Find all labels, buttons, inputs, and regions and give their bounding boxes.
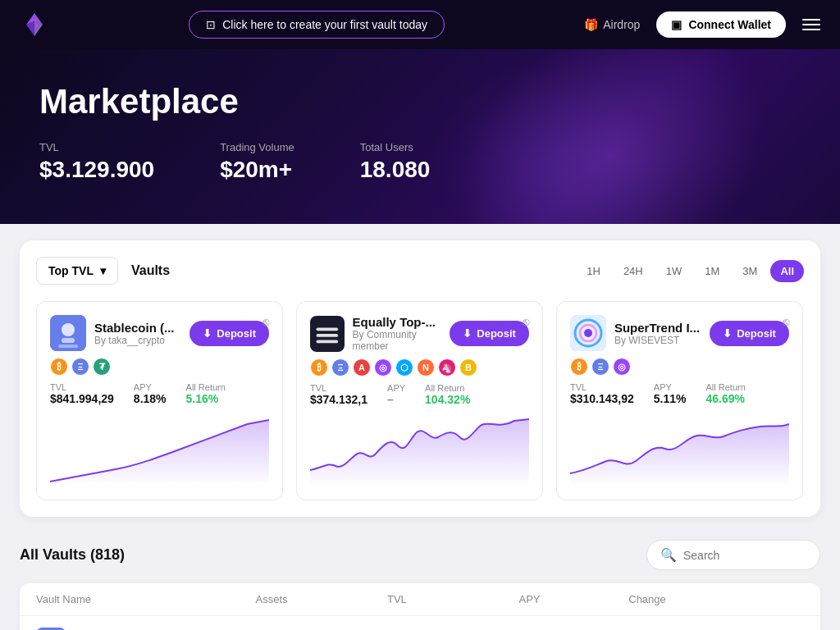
token-eth: Ξ [71, 358, 89, 376]
cta-label: Click here to create your first vault to… [222, 18, 427, 31]
metric-apy-value-2: – [387, 393, 405, 406]
external-link-icon-2[interactable]: ⎋ [523, 315, 529, 328]
vault-card-info-1: Stablecoin (... By taka__crypto [50, 315, 175, 351]
stat-volume-label: Trading Volume [220, 141, 294, 153]
token-sol-3: ◎ [613, 358, 631, 376]
vault-card-equally: Equally Top-... By Community member ⬇ De… [296, 301, 543, 500]
stat-users-value: 18.080 [360, 157, 431, 183]
deposit-btn-2[interactable]: ⬇ Deposit [450, 321, 529, 346]
vault-tokens-1: ₿ Ξ ₮ [50, 358, 269, 376]
metric-tvl-3: TVL $310.143,92 [570, 382, 634, 405]
metric-return-value-3: 46.69% [706, 392, 746, 405]
cta-icon: ⊡ [206, 18, 216, 31]
vault-card-supertrend: SuperTrend I... By WISEVEST ⬇ Deposit ₿ … [556, 301, 803, 500]
logo-icon [20, 10, 49, 39]
filter-1w[interactable]: 1W [656, 260, 692, 282]
token-eth-2: Ξ [331, 358, 349, 377]
filter-3m[interactable]: 3M [733, 260, 767, 282]
vault-card-header-3: SuperTrend I... By WISEVEST ⬇ Deposit [570, 315, 789, 351]
metric-apy-label-1: APY [134, 382, 167, 392]
vaults-card: Top TVL ▾ Vaults 1H 24H 1W 1M 3M All [20, 240, 820, 517]
supertrend-avatar-img [570, 315, 606, 351]
vault-avatar-1 [50, 315, 86, 351]
vault-metrics-1: TVL $841.994,29 APY 8.18% All Return 5.1… [50, 382, 269, 405]
hamburger-menu[interactable] [802, 19, 820, 30]
chart-svg-3 [570, 412, 789, 486]
col-tvl: TVL [387, 593, 519, 605]
deposit-btn-1[interactable]: ⬇ Deposit [189, 321, 269, 346]
navbar: ⊡ Click here to create your first vault … [0, 0, 840, 49]
col-actions [738, 593, 804, 605]
vaults-header: Top TVL ▾ Vaults 1H 24H 1W 1M 3M All [36, 257, 804, 285]
filter-1m[interactable]: 1M [695, 260, 729, 282]
external-link-icon-1[interactable]: ⎋ [262, 315, 269, 328]
vault-cards-row: Stablecoin (... By taka__crypto ⬇ Deposi… [36, 301, 804, 500]
all-vaults-section: All Vaults (818) 🔍 Vault Name Assets TVL… [20, 540, 820, 630]
vault-name-wrapper-2: Equally Top-... By Community member [353, 315, 450, 352]
chevron-down-icon: ▾ [100, 264, 106, 277]
filter-24h[interactable]: 24H [614, 260, 653, 282]
hero-stats: TVL $3.129.900 Trading Volume $20m+ Tota… [39, 141, 801, 183]
main-content: Top TVL ▾ Vaults 1H 24H 1W 1M 3M All [0, 224, 840, 630]
download-icon-2: ⬇ [463, 327, 472, 340]
vault-card-by-1: By taka__crypto [94, 335, 175, 346]
top-tvl-dropdown[interactable]: Top TVL ▾ [36, 257, 118, 285]
stat-users: Total Users 18.080 [360, 141, 431, 183]
token-btc: ₿ [50, 358, 68, 376]
svg-rect-3 [58, 345, 78, 348]
token-eth-3: Ξ [591, 358, 609, 376]
vault-card-by-2: By Community member [353, 329, 450, 352]
token-usdt: ₮ [93, 358, 111, 376]
filter-all[interactable]: All [770, 260, 804, 282]
metric-return-2: All Return 104.32% [425, 383, 470, 406]
token-btc-3: ₿ [570, 358, 588, 376]
vaults-table: Vault Name Assets TVL APY Change [20, 583, 820, 630]
vault-card-header-1: Stablecoin (... By taka__crypto ⬇ Deposi… [50, 315, 269, 351]
svg-rect-5 [317, 327, 338, 331]
vault-tokens-2: ₿ Ξ A ◎ ⬡ N 🦄 B [310, 358, 529, 377]
stat-tvl-value: $3.129.900 [39, 157, 154, 183]
airdrop-button[interactable]: 🎁 Airdrop [584, 18, 640, 31]
metric-apy-label-3: APY [654, 382, 687, 392]
vault-name-wrapper-1: Stablecoin (... By taka__crypto [94, 321, 175, 346]
chart-area-3 [570, 412, 789, 486]
external-link-icon-3[interactable]: ⎋ [783, 315, 789, 328]
vault-card-header-2: Equally Top-... By Community member ⬇ De… [310, 315, 529, 352]
connect-wallet-button[interactable]: ▣ Connect Wallet [656, 11, 786, 38]
metric-return-value-1: 5.16% [186, 392, 226, 405]
token-avax-2: A [353, 358, 371, 377]
metric-return-value-2: 104.32% [425, 393, 470, 406]
vault-card-name-1: Stablecoin (... [94, 321, 175, 335]
download-icon-3: ⬇ [723, 327, 732, 340]
vault-card-name-2: Equally Top-... [353, 315, 450, 329]
metric-apy-value-1: 8.18% [134, 392, 167, 405]
metric-tvl-value-1: $841.994,29 [50, 392, 114, 405]
filter-1h[interactable]: 1H [577, 260, 610, 282]
metric-return-3: All Return 46.69% [706, 382, 746, 405]
chart-svg-1 [50, 412, 269, 486]
vault-tokens-3: ₿ Ξ ◎ [570, 358, 789, 376]
logo [20, 10, 49, 39]
deposit-btn-3[interactable]: ⬇ Deposit [710, 321, 789, 346]
stablecoin-avatar-img [50, 315, 86, 351]
svg-rect-6 [317, 334, 338, 337]
vault-metrics-2: TVL $374.132,1 APY – All Return 104.32% [310, 383, 529, 406]
search-input[interactable] [683, 549, 806, 562]
metric-return-label-3: All Return [706, 382, 746, 392]
vault-card-by-3: By WISEVEST [614, 335, 700, 346]
metric-return-1: All Return 5.16% [186, 382, 226, 405]
col-apy: APY [519, 593, 629, 605]
navbar-right: 🎁 Airdrop ▣ Connect Wallet [584, 11, 820, 38]
metric-tvl-label-1: TVL [50, 382, 114, 392]
svg-point-1 [62, 323, 75, 336]
metric-return-label-2: All Return [425, 383, 470, 393]
create-vault-cta[interactable]: ⊡ Click here to create your first vault … [189, 11, 445, 39]
wallet-icon: ▣ [671, 18, 682, 31]
table-row: Stablecoin (Fee 0%) STC ₿ Ξ ₮ $841.994,2… [20, 616, 820, 630]
stat-tvl-label: TVL [39, 141, 154, 153]
table-header: Vault Name Assets TVL APY Change [20, 583, 820, 616]
equally-avatar-img [310, 316, 345, 352]
metric-apy-label-2: APY [387, 383, 405, 393]
stat-tvl: TVL $3.129.900 [39, 141, 154, 183]
metric-apy-2: APY – [387, 383, 405, 406]
